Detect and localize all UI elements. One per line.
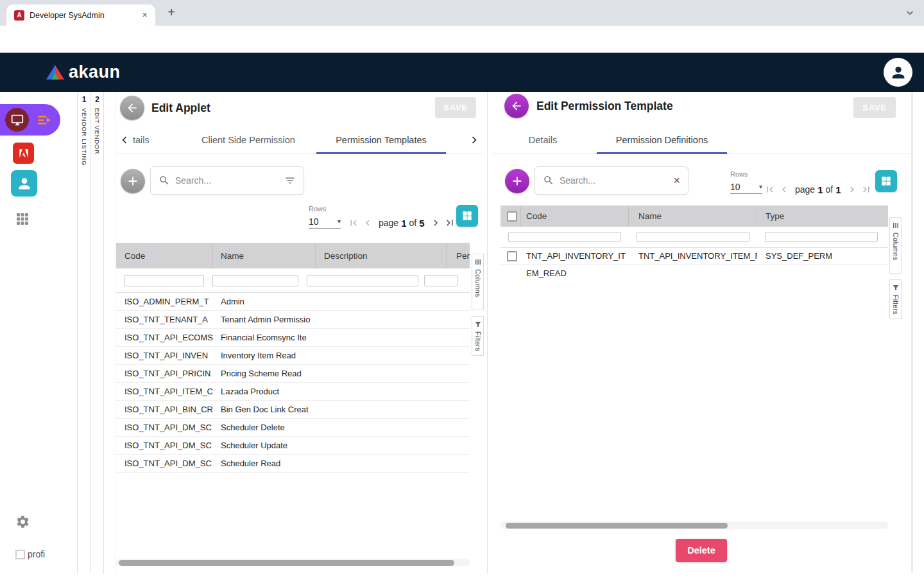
filter-input-code[interactable] <box>124 275 204 286</box>
scrollbar-thumb[interactable] <box>506 523 728 529</box>
filter-input-description[interactable] <box>307 275 418 286</box>
step-number: 2 <box>95 95 99 104</box>
page-scrollbar-track[interactable] <box>911 92 913 574</box>
favicon-icon: A <box>14 10 24 21</box>
new-tab-button[interactable]: + <box>164 6 178 20</box>
table-row[interactable]: ISO_TNT_API_BIN_CRBin Gen Doc Link Creat <box>116 401 470 419</box>
settings-gear-icon[interactable] <box>15 514 30 529</box>
horizontal-scrollbar[interactable] <box>501 521 888 529</box>
filters-side-tab[interactable]: Filters <box>472 316 484 356</box>
filter-input-code[interactable] <box>508 232 621 242</box>
admin-applet-icon[interactable] <box>11 170 37 197</box>
profile-link[interactable]: profi <box>15 549 49 559</box>
rows-per-page-select[interactable]: 10 ▾ <box>309 215 341 229</box>
first-page-icon[interactable] <box>347 216 360 229</box>
search-input[interactable] <box>560 175 668 186</box>
step-label: VENDOR LISTING <box>81 108 88 166</box>
table-row[interactable]: ISO_TNT_TENANT_ATenant Admin Permissio <box>116 311 470 329</box>
table-row[interactable]: ISO_TNT_API_DM_SCScheduler Delete <box>116 419 470 437</box>
table-row[interactable]: ISO_TNT_API_ITEM_CLazada Product <box>116 383 470 401</box>
browser-tab[interactable]: A Developer SysAdmin × <box>6 4 155 26</box>
table-row[interactable]: ISO_TNT_API_DM_SCScheduler Read <box>116 455 470 473</box>
table-body: TNT_API_INVENTORY_IT TNT_API_INVENTORY_I… <box>501 248 888 281</box>
tab-scroll-right-icon[interactable] <box>467 133 481 147</box>
tab-search-chevron-icon[interactable] <box>903 6 916 19</box>
filter-list-icon[interactable] <box>284 175 296 186</box>
tab-details-partial[interactable]: tails <box>128 126 155 154</box>
search-icon <box>158 175 170 186</box>
apps-grid-icon[interactable] <box>15 211 30 227</box>
scrollbar-thumb[interactable] <box>119 560 454 566</box>
grid-view-button[interactable] <box>875 170 897 192</box>
rows-per-page-select[interactable]: 10 ▾ <box>730 180 762 194</box>
clear-search-icon[interactable]: × <box>673 175 680 186</box>
acrobat-app-icon[interactable] <box>13 143 34 164</box>
current-page: 1 <box>401 218 406 229</box>
column-header-description[interactable]: Description <box>316 243 447 268</box>
add-permission-button[interactable] <box>505 169 529 193</box>
column-header-name[interactable]: Name <box>629 206 757 227</box>
back-button[interactable] <box>504 94 529 118</box>
table-row[interactable]: ISO_TNT_API_ECOMSFinancial Ecomsync Ite <box>116 329 470 347</box>
profile-label: profi <box>28 549 45 559</box>
columns-icon <box>892 222 900 229</box>
table-row[interactable]: ISO_TNT_API_PRICINPricing Scheme Read <box>116 365 470 383</box>
tab-permission-definitions[interactable]: Permission Definitions <box>597 126 727 154</box>
akaun-logo[interactable]: akaun <box>46 62 121 82</box>
column-header-type[interactable]: Type <box>757 206 888 227</box>
last-page-icon[interactable] <box>860 183 873 196</box>
table-header: Code Name Type <box>501 206 888 227</box>
horizontal-scrollbar[interactable] <box>116 559 470 566</box>
back-button[interactable] <box>120 96 144 120</box>
table-row[interactable]: TNT_API_INVENTORY_IT TNT_API_INVENTORY_I… <box>501 248 888 265</box>
column-header-code[interactable]: Code <box>116 243 213 268</box>
filters-side-tab[interactable]: Filters <box>889 279 902 319</box>
delete-button[interactable]: Delete <box>676 539 727 562</box>
word-page: page <box>795 184 815 195</box>
prev-page-icon[interactable] <box>778 183 791 196</box>
select-all-cell <box>501 206 521 227</box>
page-indicator: page 1 of 5 <box>379 218 425 229</box>
column-header-name[interactable]: Name <box>213 243 316 268</box>
tab-close-icon[interactable]: × <box>139 10 150 21</box>
filter-input-name[interactable] <box>212 275 298 286</box>
rows-value: 10 <box>730 182 740 192</box>
last-page-icon[interactable] <box>443 216 456 229</box>
profile-box-icon <box>15 550 25 559</box>
search-input[interactable] <box>175 175 279 186</box>
select-all-checkbox[interactable] <box>507 211 517 222</box>
filter-input-name[interactable] <box>637 232 749 242</box>
save-button[interactable]: SAVE <box>435 97 476 118</box>
first-page-icon[interactable] <box>764 183 776 196</box>
table-row[interactable]: ISO_TNT_API_DM_SCScheduler Update <box>116 437 470 455</box>
active-applet-pill[interactable] <box>0 104 60 136</box>
step-vendor-listing[interactable]: 1 VENDOR LISTING <box>77 92 90 574</box>
filter-input-permission[interactable] <box>424 275 458 286</box>
dropdown-caret-icon: ▾ <box>338 218 341 225</box>
total-pages: 1 <box>835 184 841 195</box>
tab-details[interactable]: Details <box>511 126 575 154</box>
save-button[interactable]: SAVE <box>853 97 896 118</box>
template-search-box <box>150 166 304 195</box>
filter-input-type[interactable] <box>765 232 878 242</box>
user-avatar[interactable] <box>884 58 912 87</box>
filter-row <box>501 227 888 248</box>
column-header-code[interactable]: Code <box>521 206 629 227</box>
columns-side-tab[interactable]: Columns <box>889 217 902 274</box>
funnel-icon <box>892 284 900 292</box>
tab-permission-templates[interactable]: Permission Templates <box>316 126 446 154</box>
pagination: page 1 of 5 <box>347 215 456 231</box>
prev-page-icon[interactable] <box>361 216 374 229</box>
grid-view-button[interactable] <box>456 205 478 227</box>
tab-client-side-permission[interactable]: Client Side Permission <box>191 126 306 154</box>
cell-code: TNT_API_INVENTORY_IT <box>521 248 629 264</box>
add-template-button[interactable] <box>121 169 145 193</box>
row-checkbox[interactable] <box>507 251 517 261</box>
column-header-permission[interactable]: Per <box>447 243 470 268</box>
step-edit-vendor[interactable]: 2 EDIT VENDOR <box>90 92 104 574</box>
columns-side-tab[interactable]: Columns <box>472 254 484 310</box>
next-page-icon[interactable] <box>846 183 859 196</box>
table-row[interactable]: ISO_ADMIN_PERM_TAdmin <box>116 293 470 311</box>
next-page-icon[interactable] <box>429 216 442 229</box>
table-row[interactable]: ISO_TNT_API_INVENInventory Item Read <box>116 347 470 365</box>
